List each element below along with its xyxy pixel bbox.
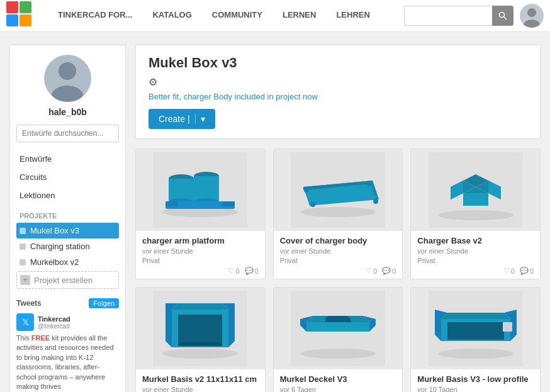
logo[interactable] <box>6 1 35 30</box>
projects-section-title: Projekte <box>20 212 119 220</box>
svg-point-38 <box>162 349 238 359</box>
design-card-0[interactable]: charger arm platform vor einer Stunde Pr… <box>135 148 266 279</box>
gear-icon[interactable]: ⚙ <box>149 76 527 88</box>
top-navigation: TINKERCAD FOR... KATALOG COMMUNITY LERNE… <box>0 0 550 32</box>
design-card-5[interactable]: Murkel Basis V3 - low profile vor 10 Tag… <box>410 287 541 392</box>
tweets-title: Tweets <box>16 299 42 308</box>
svg-rect-60 <box>503 322 512 332</box>
design-card-3[interactable]: Murkel Basis v2 11x11x11 cm vor einer St… <box>135 287 266 392</box>
svg-marker-49 <box>306 322 369 332</box>
svg-marker-33 <box>463 193 488 206</box>
svg-marker-39 <box>172 303 228 310</box>
create-button[interactable]: Create | ▾ <box>149 109 215 129</box>
nav-tinkercad-for[interactable]: TINKERCAD FOR... <box>48 0 142 32</box>
sidebar: hale_b0b Entwürfe Circuits Lektionen Pro… <box>9 45 126 392</box>
tweet-item: 𝕏 Tinkercad @tinkercad This FREE kit pro… <box>16 313 119 391</box>
svg-point-3 <box>524 20 540 28</box>
sidebar-project-murkelbox[interactable]: Murkelbox v2 <box>16 254 119 270</box>
project-dot <box>20 228 26 234</box>
svg-marker-43 <box>178 315 222 346</box>
avatar-silhouette <box>520 4 544 28</box>
sidebar-menu: Entwürfe Circuits Lektionen <box>16 150 119 204</box>
design-comments-1: 💬 0 <box>382 267 396 275</box>
svg-rect-16 <box>222 201 235 206</box>
designs-grid: charger arm platform vor einer Stunde Pr… <box>135 148 541 392</box>
thumb-svg-cross <box>429 152 523 228</box>
svg-point-54 <box>438 349 514 359</box>
design-thumb-1 <box>274 149 403 231</box>
create-project-label: Projekt erstellen <box>34 276 93 285</box>
design-actions-1: ♡ 0 💬 0 <box>280 267 396 275</box>
design-name-5: Murkel Basis V3 - low profile <box>417 374 534 384</box>
tweets-header: Tweets Folgen <box>16 298 119 308</box>
sidebar-avatar-img <box>44 55 91 102</box>
main-content: Mukel Box v3 ⚙ Better fit, charger Body … <box>135 45 541 392</box>
design-info-0: charger arm platform vor einer Stunde Pr… <box>136 231 265 279</box>
design-name-1: Cover of charger body <box>280 236 396 245</box>
svg-marker-51 <box>325 316 351 318</box>
design-name-4: Murkel Deckel V3 <box>280 374 396 384</box>
svg-point-24 <box>373 199 378 204</box>
design-status-0: Privat <box>142 257 259 264</box>
twitter-logo: 𝕏 <box>16 313 34 331</box>
svg-point-25 <box>310 202 315 207</box>
design-thumb-4 <box>274 288 403 369</box>
design-meta-1: vor einer Stunde <box>280 247 396 255</box>
design-thumb-2 <box>411 149 540 231</box>
logo-cell-blue <box>6 14 18 26</box>
thumb-svg-open-box <box>153 291 247 366</box>
folgen-button[interactable]: Folgen <box>89 298 119 308</box>
svg-point-46 <box>300 349 376 359</box>
design-meta-2: vor einer Stunde <box>417 247 534 255</box>
svg-point-4 <box>59 62 76 80</box>
sidebar-item-circuits[interactable]: Circuits <box>16 168 119 186</box>
user-avatar[interactable] <box>520 4 544 28</box>
design-likes-0: ♡ 0 <box>228 267 239 275</box>
sidebar-item-lektionen[interactable]: Lektionen <box>16 186 119 204</box>
design-likes-2: ♡ 0 <box>503 267 515 275</box>
create-project-button[interactable]: + Projekt erstellen <box>16 271 119 289</box>
svg-point-2 <box>527 8 536 17</box>
svg-marker-55 <box>441 313 510 319</box>
svg-marker-59 <box>447 322 504 340</box>
sidebar-item-entworfe[interactable]: Entwürfe <box>16 150 119 168</box>
tweet-username: Tinkercad <box>38 315 70 323</box>
thumb-svg-flat-lid <box>291 291 385 366</box>
nav-search <box>404 6 514 26</box>
logo-cell-red <box>6 1 18 13</box>
nav-community[interactable]: COMMUNITY <box>202 0 272 32</box>
svg-rect-15 <box>166 201 178 206</box>
nav-lernen[interactable]: LERNEN <box>272 0 326 32</box>
design-card-1[interactable]: Cover of charger body vor einer Stunde P… <box>273 148 403 279</box>
page-title: Mukel Box v3 <box>149 55 527 71</box>
design-card-2[interactable]: Charger Base v2 vor einer Stunde Privat … <box>410 148 541 279</box>
svg-point-22 <box>304 188 309 193</box>
design-comments-2: 💬 0 <box>520 267 534 275</box>
design-thumb-5 <box>411 288 540 369</box>
nav-katalog[interactable]: KATALOG <box>142 0 201 32</box>
sidebar-profile: hale_b0b <box>16 55 119 117</box>
tweets-section: Tweets Folgen 𝕏 Tinkercad @tinkercad Thi… <box>16 298 119 391</box>
design-card-4[interactable]: Murkel Deckel V3 vor 6 Tagen Privat ♡ 0 … <box>273 287 403 392</box>
search-button[interactable] <box>492 6 514 26</box>
design-info-1: Cover of charger body vor einer Stunde P… <box>274 231 403 279</box>
design-meta-5: vor 10 Tagen <box>417 386 534 392</box>
tweet-logo-row: 𝕏 Tinkercad @tinkercad <box>16 313 119 331</box>
project-dot <box>20 259 26 266</box>
tweet-handle: @tinkercad <box>38 323 70 330</box>
sidebar-search-input[interactable] <box>16 125 119 142</box>
sidebar-project-mukel-box[interactable]: Mukel Box v3 <box>16 223 119 238</box>
create-project-icon: + <box>20 275 30 285</box>
svg-point-27 <box>438 210 514 220</box>
create-button-label: Create | <box>159 114 190 124</box>
nav-lehren[interactable]: LEHREN <box>326 0 379 32</box>
thumb-svg-low-box <box>429 291 523 366</box>
svg-marker-44 <box>178 342 222 346</box>
design-thumb-0 <box>136 149 265 231</box>
create-button-arrow[interactable]: ▾ <box>195 114 205 124</box>
design-meta-3: vor einer Stunde <box>142 386 259 392</box>
design-info-2: Charger Base v2 vor einer Stunde Privat … <box>411 231 540 279</box>
search-input[interactable] <box>404 6 492 26</box>
design-actions-0: ♡ 0 💬 0 <box>142 267 259 275</box>
sidebar-project-charging-station[interactable]: Charging station <box>16 238 119 254</box>
